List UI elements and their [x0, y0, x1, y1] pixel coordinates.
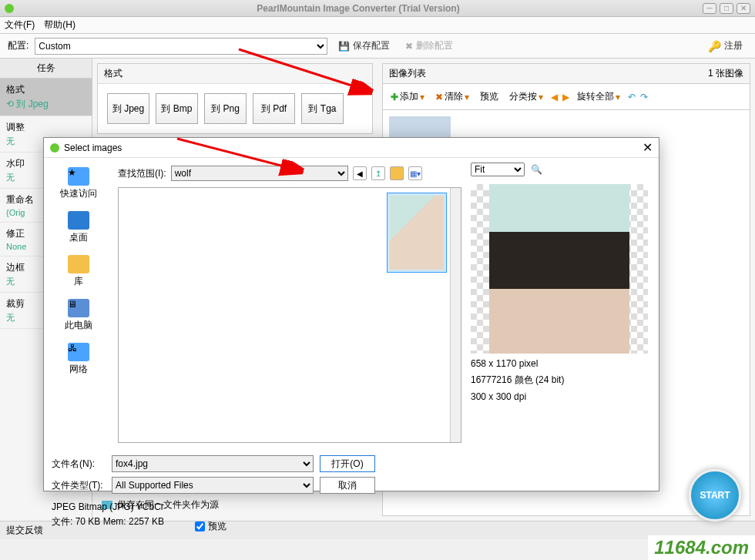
info-dpi: 300 x 300 dpi [471, 391, 654, 402]
place-quickaccess[interactable]: ★快速访问 [60, 167, 97, 200]
rotate-button[interactable]: 旋转全部▾ [574, 89, 623, 105]
preview-image [471, 184, 648, 354]
format-header: 格式 [98, 64, 372, 84]
dialog-icon [50, 143, 59, 153]
place-network[interactable]: 🖧网络 [68, 343, 89, 376]
redo-icon[interactable]: ↷ [640, 92, 648, 102]
prev-icon[interactable]: ◀ [551, 92, 558, 102]
status-format: JPEG Bitmap (JPG) YCbCr [52, 501, 651, 512]
filename-input[interactable]: fox4.jpg [112, 455, 314, 472]
menubar: 文件(F) 帮助(H) [0, 17, 755, 34]
menu-help[interactable]: 帮助(H) [44, 18, 76, 32]
preview-checkbox[interactable]: 预览 [195, 520, 226, 533]
watermark-text: 11684.com [648, 535, 755, 560]
imagelist-header: 图像列表 [389, 67, 426, 80]
dialog-close-button[interactable]: ✕ [643, 140, 653, 155]
preview-button[interactable]: 预览 [477, 89, 502, 105]
format-tga-button[interactable]: 到 Tga [301, 93, 344, 124]
minimize-button[interactable]: ─ [703, 3, 716, 14]
next-icon[interactable]: ▶ [562, 92, 569, 102]
filename-label: 文件名(N): [52, 458, 106, 471]
plus-icon: ✚ [391, 92, 398, 102]
place-libraries[interactable]: 库 [68, 255, 89, 288]
config-toolbar: 配置: Custom 💾保存配置 ✖删除配置 🔑注册 [0, 34, 755, 59]
file-thumbnail[interactable] [387, 193, 447, 273]
file-list[interactable] [118, 187, 461, 443]
delete-icon: ✖ [405, 41, 413, 52]
place-desktop[interactable]: 桌面 [68, 211, 89, 244]
save-config-button[interactable]: 💾保存配置 [334, 38, 394, 54]
format-jpeg-button[interactable]: 到 Jpeg [107, 93, 149, 124]
back-icon[interactable]: ◀ [353, 166, 367, 180]
menu-file[interactable]: 文件(F) [5, 18, 35, 32]
format-panel: 格式 到 Jpeg 到 Bmp 到 Png 到 Pdf 到 Tga [97, 63, 373, 134]
window-title: PearlMountain Image Converter (Trial Ver… [14, 3, 703, 14]
newfolder-icon[interactable] [390, 166, 404, 180]
scrollbar[interactable] [450, 188, 461, 442]
format-png-button[interactable]: 到 Png [204, 93, 247, 124]
imagelist-toolbar: ✚添加▾ ✖清除▾ 预览 分类按▾ ◀ ▶ 旋转全部▾ ↶ ↷ [382, 83, 750, 110]
add-button[interactable]: ✚添加▾ [388, 89, 428, 105]
save-icon: 💾 [338, 41, 350, 52]
register-button[interactable]: 🔑注册 [703, 38, 747, 54]
places-bar: ★快速访问 桌面 库 🖥此电脑 🖧网络 [44, 158, 113, 451]
delete-config-button[interactable]: ✖删除配置 [401, 38, 458, 54]
key-icon: 🔑 [708, 40, 721, 52]
x-icon: ✖ [435, 92, 443, 102]
sidebar-header: 任务 [0, 59, 92, 79]
viewmode-icon[interactable]: ▦▾ [408, 166, 422, 180]
open-button[interactable]: 打开(O) [320, 455, 375, 472]
titlebar: PearlMountain Image Converter (Trial Ver… [0, 0, 755, 17]
format-pdf-button[interactable]: 到 Pdf [253, 93, 295, 124]
undo-icon[interactable]: ↶ [628, 92, 636, 102]
format-bmp-button[interactable]: 到 Bmp [156, 93, 198, 124]
filetype-label: 文件类型(T): [52, 479, 106, 492]
preview-pane: Fit 🔍 658 x 1170 pixel 16777216 颜色 (24 b… [466, 158, 659, 451]
lookin-select[interactable]: wolf [171, 166, 348, 181]
config-label: 配置: [8, 39, 29, 52]
cancel-button[interactable]: 取消 [320, 477, 375, 494]
maximize-button[interactable]: □ [720, 3, 733, 14]
close-button[interactable]: ✕ [737, 3, 750, 14]
up-icon[interactable]: ↥ [371, 166, 385, 180]
feedback-link[interactable]: 提交反馈 [6, 524, 43, 537]
fit-select[interactable]: Fit [471, 163, 525, 176]
app-icon [5, 4, 14, 13]
info-colors: 16777216 颜色 (24 bit) [471, 374, 654, 387]
clear-button[interactable]: ✖清除▾ [432, 89, 472, 105]
start-button[interactable]: START [689, 469, 741, 521]
preset-select[interactable]: Custom [35, 38, 327, 55]
filetype-select[interactable]: All Supported Files [112, 477, 314, 494]
select-images-dialog: Select images ✕ ★快速访问 桌面 库 🖥此电脑 🖧网络 查找范围… [43, 137, 659, 491]
dialog-title: Select images [64, 143, 643, 153]
sidebar-item-format[interactable]: 格式⟲ 到 Jpeg [0, 79, 92, 116]
info-dimensions: 658 x 1170 pixel [471, 358, 654, 369]
zoom-icon[interactable]: 🔍 [531, 164, 542, 175]
imagelist-count: 1 张图像 [708, 67, 743, 80]
place-thispc[interactable]: 🖥此电脑 [65, 299, 92, 332]
lookin-label: 查找范围(I): [118, 167, 166, 180]
sort-button[interactable]: 分类按▾ [506, 89, 546, 105]
status-mem: 文件: 70 KB Mem: 2257 KB [52, 515, 164, 533]
